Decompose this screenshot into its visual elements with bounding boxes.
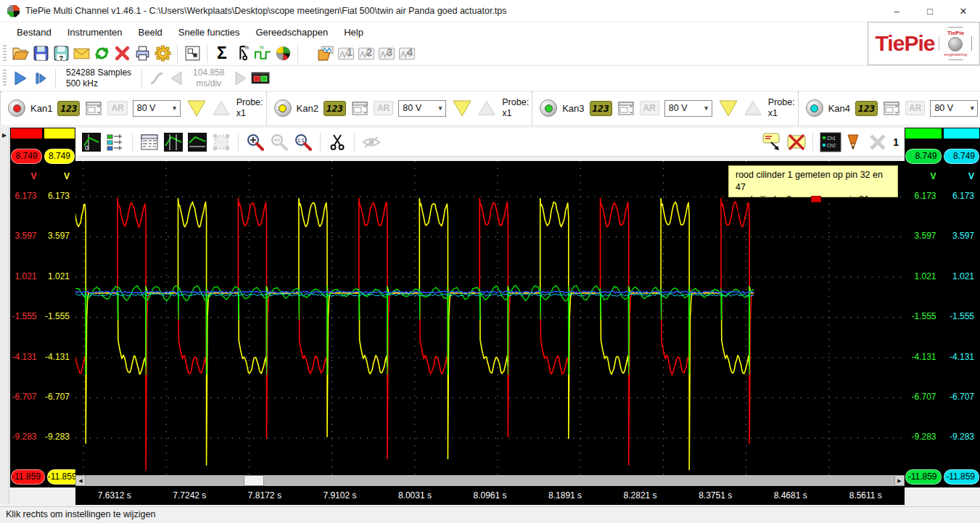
axes-zero-button[interactable]: 0 — [81, 132, 102, 152]
layout-button[interactable] — [182, 44, 202, 64]
math-sum-button[interactable]: Σ — [212, 44, 232, 64]
zoom-in-button[interactable] — [245, 132, 265, 152]
menu-snelle-functies[interactable]: Snelle functies — [170, 24, 248, 41]
hide-trace-button[interactable] — [361, 132, 382, 152]
timebase-increase-button[interactable] — [230, 68, 250, 88]
left-axis-tab-kan2[interactable] — [44, 128, 75, 139]
left-axis-tab-kan1[interactable] — [11, 128, 42, 139]
channel-list-button[interactable] — [105, 132, 125, 152]
zoom-reset-button[interactable]: 1:1 — [293, 132, 313, 152]
waveform-3-button[interactable]: 3 — [376, 44, 397, 64]
svg-text:3: 3 — [387, 46, 392, 58]
measurement-table-button[interactable] — [139, 132, 160, 152]
svg-text:?: ? — [59, 54, 63, 62]
kan3-range-select[interactable]: 80 V▾ — [664, 100, 712, 117]
kan2-meter-window-button[interactable] — [351, 100, 368, 116]
menu-gereedschappen[interactable]: Gereedschappen — [247, 24, 336, 41]
waveform-2-button[interactable]: 2 — [356, 44, 376, 64]
kan1-meter-window-button[interactable] — [85, 100, 102, 116]
toolbar-separator — [812, 133, 813, 152]
add-comment-button[interactable] — [762, 132, 782, 152]
zoom-out-button[interactable] — [269, 132, 289, 152]
waveform-1-button[interactable]: 1 — [336, 44, 356, 64]
kan1-measure-display-button[interactable]: 123 — [57, 101, 80, 116]
toolbar-grip[interactable] — [3, 45, 7, 62]
collapse-arrow-icon[interactable]: ▶ — [0, 132, 9, 139]
kan2-range-select[interactable]: 80 V▾ — [398, 100, 446, 117]
channel-kan2-group: Kan2 123 AR 80 V▾ Probe:x1 — [266, 91, 532, 125]
kan2-measure-display-button[interactable]: 123 — [324, 101, 346, 116]
cut-button[interactable] — [327, 132, 347, 152]
print-button[interactable] — [132, 44, 152, 64]
kan2-range-up-button[interactable] — [477, 98, 497, 118]
scroll-right-button[interactable]: ▶ — [894, 475, 905, 486]
toolbar-grip[interactable] — [3, 70, 7, 87]
kan1-axis-min-badge: -11.859 — [11, 469, 45, 485]
kan3-autorange-button[interactable]: AR — [640, 101, 659, 115]
refresh-button[interactable] — [91, 44, 112, 64]
kan2-probe-info: Probe:x1 — [502, 97, 532, 119]
oneshot-button[interactable] — [30, 68, 51, 88]
save-as-button[interactable]: ? — [51, 44, 71, 64]
kan4-measure-display-button[interactable]: 123 — [855, 101, 878, 116]
timebase-decrease-button[interactable] — [167, 68, 187, 88]
email-button[interactable] — [71, 44, 91, 64]
kan3-range-up-button[interactable] — [743, 98, 763, 118]
kan4-led-icon[interactable] — [806, 99, 823, 117]
close-pane-button[interactable] — [868, 132, 888, 152]
splitter-strip[interactable]: ▶ — [0, 128, 9, 504]
minimize-button[interactable]: – — [880, 0, 913, 22]
comment-annotation[interactable]: rood cilinder 1 gemeten op pin 32 en 47 … — [728, 165, 898, 197]
close-button[interactable]: ✕ — [947, 0, 980, 22]
left-axis-panel[interactable]: 8.749 8.749 V V 6.1736.173 3.5973.597 1.… — [10, 128, 75, 487]
toolbar-separator — [238, 133, 239, 152]
duty-cycle-button[interactable]: % — [252, 44, 273, 64]
kan1-range-select[interactable]: 80 V▾ — [133, 100, 181, 117]
comment-anchor-handle[interactable] — [811, 196, 821, 202]
delete-comment-button[interactable] — [786, 132, 806, 152]
scrollbar-thumb[interactable] — [244, 475, 264, 486]
horizontal-cursors-button[interactable] — [187, 132, 207, 152]
menu-instrumenten[interactable]: Instrumenten — [59, 24, 131, 41]
kan1-range-up-button[interactable] — [211, 98, 231, 118]
pie-chart-button[interactable] — [273, 44, 293, 64]
selection-box-button[interactable] — [211, 132, 231, 152]
menu-beeld[interactable]: Beeld — [131, 24, 170, 41]
kan3-range-down-button[interactable] — [717, 98, 738, 118]
trigger-slope-button[interactable] — [147, 68, 167, 88]
kan1-range-down-button[interactable] — [186, 98, 206, 118]
waveform-4-button[interactable]: 4 — [397, 44, 417, 64]
menu-help[interactable]: Help — [336, 24, 371, 41]
load-waveform-button[interactable] — [316, 44, 336, 64]
kan1-autorange-button[interactable]: AR — [107, 101, 127, 115]
start-button[interactable] — [10, 68, 30, 88]
kan2-led-icon[interactable] — [274, 99, 292, 117]
measure-tool-button[interactable]: % — [232, 44, 252, 64]
vertical-cursors-button[interactable] — [163, 132, 184, 152]
right-axis-tab-kan4[interactable] — [944, 128, 980, 139]
pen-button[interactable] — [844, 132, 864, 152]
kan4-range-select[interactable]: 80 V▾ — [930, 100, 978, 117]
kan3-led-icon[interactable] — [540, 99, 557, 117]
kan3-meter-window-button[interactable] — [617, 100, 635, 116]
kan2-range-down-button[interactable] — [451, 98, 472, 118]
graph-toolbar: 0 1:1 Ch1Ch2 1 — [75, 128, 905, 157]
kan2-autorange-button[interactable]: AR — [374, 101, 393, 115]
legend-button[interactable]: Ch1Ch2 — [820, 132, 840, 152]
settings-button[interactable] — [152, 44, 173, 64]
delete-button[interactable] — [112, 44, 132, 64]
kan4-autorange-button[interactable]: AR — [905, 101, 925, 115]
kan1-led-icon[interactable] — [8, 99, 25, 117]
save-button[interactable] — [30, 44, 51, 64]
open-button[interactable] — [10, 44, 30, 64]
kan3-measure-display-button[interactable]: 123 — [590, 101, 612, 116]
display-mode-button[interactable] — [250, 68, 271, 88]
right-axis-panel[interactable]: 8.749 8.749 V V 6.1736.173 3.5973.597 1.… — [905, 128, 980, 487]
kan4-meter-window-button[interactable] — [883, 100, 900, 116]
maximize-button[interactable]: □ — [913, 0, 947, 22]
menu-bestand[interactable]: Bestand — [9, 24, 59, 41]
waveform-plot[interactable]: rood cilinder 1 gemeten op pin 32 en 47 … — [75, 161, 905, 475]
right-axis-tab-kan3[interactable] — [905, 128, 942, 139]
scroll-left-button[interactable]: ◀ — [75, 475, 86, 486]
horizontal-scrollbar[interactable]: ◀ ▶ — [75, 475, 905, 486]
